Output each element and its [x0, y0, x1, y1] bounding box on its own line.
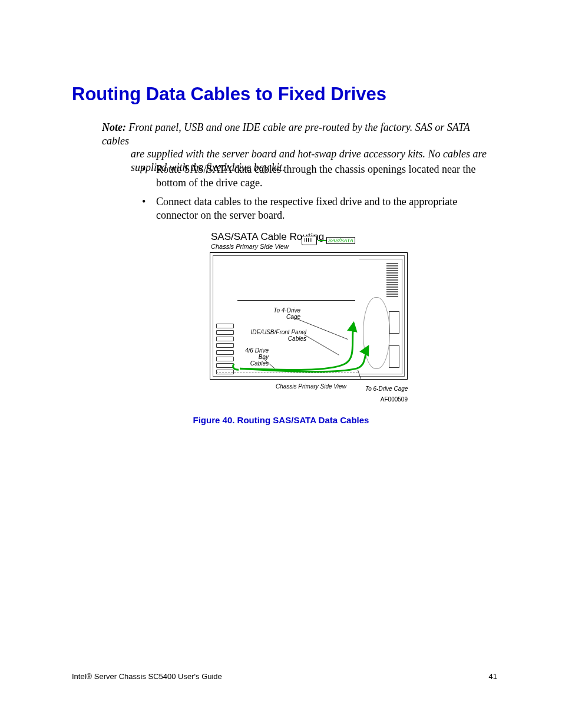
note-text-line1: Front panel, USB and one IDE cable are p… — [102, 121, 470, 147]
figure-caption: Figure 40. Routing SAS/SATA Data Cables — [0, 415, 562, 425]
instruction-list: Route SAS/SATA data cables through the c… — [142, 163, 498, 228]
divider-line — [237, 300, 355, 301]
list-item: Connect data cables to the respective fi… — [142, 195, 498, 222]
page-number: 41 — [489, 672, 497, 681]
label-to-4-drive: To 4-Drive Cage — [265, 307, 300, 320]
label-ide-usb: IDE/USB/Front Panel Cables — [242, 329, 306, 342]
label-chassis-bottom: Chassis Primary Side View — [276, 383, 346, 390]
list-item: Route SAS/SATA data cables through the c… — [142, 163, 498, 189]
footer-title: Intel® Server Chassis SC5400 User's Guid… — [72, 672, 222, 681]
label-46-drive: 4/6 Drive Bay Cables — [239, 347, 269, 367]
connector-icon — [302, 236, 317, 245]
right-panel-icon — [359, 259, 402, 374]
label-to-6-drive: To 6-Drive Cage — [365, 386, 408, 392]
figure-diagram: SAS/SATA Cable Routing Chassis Primary S… — [207, 231, 412, 408]
page-footer: Intel® Server Chassis SC5400 User's Guid… — [72, 672, 497, 681]
dashed-line — [216, 373, 358, 373]
cable-line-icon — [318, 240, 326, 241]
note-text-line2: are supplied with the server board and h… — [131, 148, 487, 160]
note-label: Note: — [102, 121, 126, 133]
figure-ref-number: AF000509 — [381, 396, 408, 403]
section-heading: Routing Data Cables to Fixed Drives — [72, 84, 386, 105]
sas-sata-label: SAS/SATA — [326, 237, 355, 244]
figure-subtitle: Chassis Primary Side View — [211, 243, 289, 250]
connector-legend: SAS/SATA — [302, 236, 355, 245]
drive-slots-icon — [216, 324, 234, 374]
